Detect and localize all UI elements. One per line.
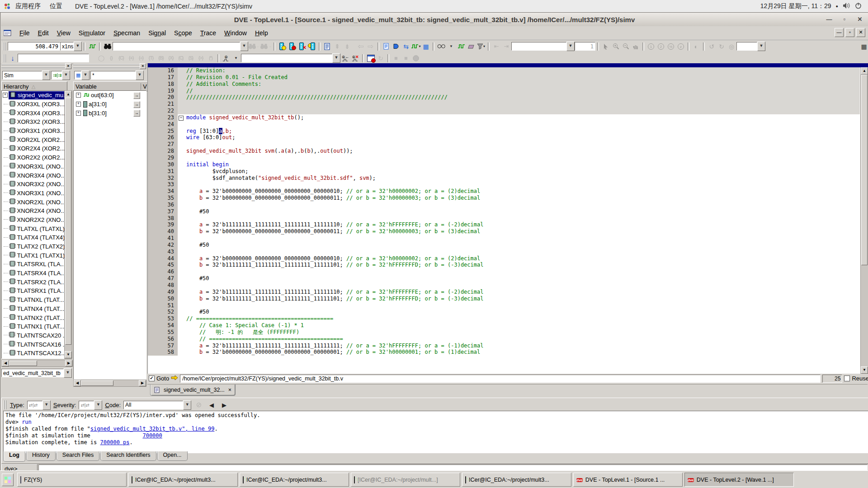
prev-message-icon[interactable]: ◀ [207,400,217,409]
code-line[interactable]: 33 [148,181,860,188]
line-number[interactable]: 42 [148,242,178,249]
menu-help[interactable]: Help [251,28,272,38]
panel-close-icon[interactable]: × [140,63,146,69]
hierarchy-item[interactable]: TLATNTSCAX20 ... [2,331,64,340]
list-view-icon[interactable]: ▦ [421,42,431,51]
code-line[interactable]: 38 [148,215,860,222]
code-line[interactable]: 30initial begin [148,161,860,168]
window-titlebar[interactable]: DVE - TopLevel.1 - [Source.1 - signed_ve… [1,13,868,26]
menu-scope[interactable]: Scope [170,28,196,38]
goto-value-icon[interactable]: → [133,101,140,108]
line-number[interactable]: 47 [148,275,178,282]
hierarchy-item[interactable]: TLATSRX1 (TLA... [2,286,64,296]
line-number[interactable]: 25 [148,128,178,135]
line-number[interactable]: 55 [148,329,178,336]
breakpoint-disable-icon[interactable] [287,42,297,51]
hierarchy-item[interactable]: XNOR2XL (XNO... [2,197,64,206]
line-number[interactable]: 39 [148,221,178,228]
clock[interactable]: 12月29日 星期一, 11：29 [760,2,831,10]
code-line[interactable]: 50 b = 32'b11111111_11111111_11111111_11… [148,296,860,302]
sim-combo[interactable]: Sim ▼ [2,71,50,80]
applications-menu[interactable]: 应用程序 [11,2,45,10]
taskbar-window-button[interactable]: ICer@IC_EDA:~/project/mult3... [240,473,349,487]
expand-icon[interactable]: + [3,93,8,98]
hierarchy-vscrollbar[interactable]: ▲ ▼ [64,90,72,359]
pulldown-icon[interactable]: ↓ [8,54,18,63]
hierarchy-item[interactable]: TLATNX2 (TLAT... [2,313,64,322]
hierarchy-item[interactable]: TLATNTSCAX12... [2,349,64,358]
code-line[interactable]: 29 [148,155,860,161]
line-number[interactable]: 43 [148,249,178,255]
line-number[interactable]: 37 [148,208,178,215]
next-message-icon[interactable]: ▶ [219,400,229,409]
scroll-down-icon[interactable]: ▼ [861,366,868,374]
minimize-button[interactable]: — [825,15,834,24]
schematic-view-icon[interactable] [391,42,401,51]
power-icon[interactable] [855,2,862,10]
add-to-wave-icon[interactable] [87,42,97,51]
code-line[interactable]: 43 [148,249,860,255]
line-number[interactable]: 28 [148,148,178,155]
memory-view-icon[interactable] [456,42,466,51]
hierarchy-item[interactable]: XNOR2X4 (XNO... [2,206,64,216]
panel-grip[interactable]: × [73,63,146,69]
line-number[interactable]: 53 [148,315,178,322]
line-number[interactable]: 26 [148,134,178,141]
scope-target-icon[interactable]: ⊕ [221,54,231,63]
breakpoint-enable-icon[interactable] [277,42,287,51]
variable-row[interactable]: +b[31:0]→ [74,108,146,117]
places-menu[interactable]: 位置 [45,2,67,10]
line-number[interactable]: 20 [148,94,178,101]
variable-header[interactable]: Variable V [73,81,149,91]
source-vscrollbar[interactable]: ▲ ▼ [860,67,868,374]
scope-select-combo[interactable]: ed_vedic_mult_32bit_tb ▼ [1,369,72,377]
code-line[interactable]: 57 a = 32'b11111111_11111111_11111111_11… [148,343,860,349]
menu-window[interactable]: Window [220,28,251,38]
code-line[interactable]: 54 // Case 1: Special Case (-1) * 1 [148,322,860,329]
line-number[interactable]: 36 [148,202,178,208]
hierarchy-item[interactable]: XOR3XL (XOR3... [2,100,64,109]
log-link[interactable]: signed_vedic_mult_32bit_tb.v", line 99 [90,426,215,432]
line-number[interactable]: 24 [148,121,178,128]
console-tab-history[interactable]: History [26,451,56,461]
scope-target-drop-icon[interactable]: ▼ [231,54,241,63]
menu-file[interactable]: File [15,28,34,38]
code-line[interactable]: 35 b = 32'b00000000_00000000_00000000_00… [148,195,860,202]
goto-value-icon[interactable]: → [133,110,140,117]
line-number[interactable]: 48 [148,282,178,289]
breakpoint-delete-icon[interactable]: ✕ [297,42,307,51]
hierarchy-header[interactable]: Hierarchy △ [1,81,67,91]
tab-close-icon[interactable]: × [228,387,231,393]
search-combo[interactable]: ▼ [113,42,248,51]
hierarchy-item[interactable]: TLATNX1 (TLAT... [2,322,64,331]
hierarchy-item[interactable]: TLATX1 (TLATX1) [2,251,64,260]
line-number[interactable]: 49 [148,289,178,296]
wave-back-icon[interactable]: ⊕← [340,54,350,63]
line-number[interactable]: 35 [148,195,178,202]
line-number[interactable]: 21 [148,101,178,108]
code-line[interactable]: 53// ===================================… [148,315,860,322]
code-line[interactable]: 24 [148,121,860,128]
wave-delete-icon[interactable]: ⊕✕ [350,54,360,63]
line-number[interactable]: 56 [148,336,178,343]
hierarchy-item[interactable]: XOR2X2 (XOR2... [2,153,64,162]
code-line[interactable]: 34 a = 32'b00000000_00000000_00000000_00… [148,188,860,195]
variable-hscrollbar[interactable]: ◀ ▶ [73,380,146,387]
hierarchy-item[interactable]: TLATSRX4 (TLA... [2,269,64,278]
variable-view-combo[interactable]: ▦ ▼ [74,71,90,80]
path-schematic-icon[interactable]: ⇆ [401,42,411,51]
scope-entry-field[interactable] [18,54,89,62]
report-icon[interactable] [322,42,332,51]
hierarchy-item[interactable]: XNOR3X2 (XNO... [2,180,64,189]
reuse-checkbox[interactable] [844,375,850,381]
hierarchy-item[interactable]: XOR2XL (XOR2... [2,135,64,144]
show-desktop-icon[interactable] [2,474,14,486]
console-grip[interactable] [4,400,7,409]
line-number[interactable]: 17 [148,74,178,81]
code-line[interactable]: 51 [148,302,860,309]
goto-value-icon[interactable]: → [133,92,140,99]
eraser-icon[interactable] [466,42,476,51]
type-combo[interactable]: ⇄|⇄▼ [27,401,51,409]
watch-drop-icon[interactable]: ▼ [446,42,456,51]
menu-specman[interactable]: Specman [109,28,144,38]
